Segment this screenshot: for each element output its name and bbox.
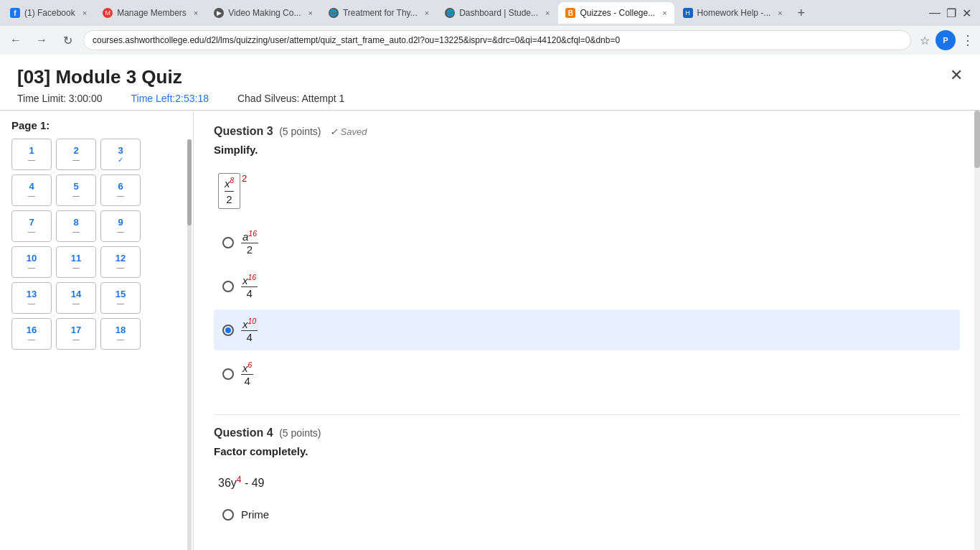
window-controls: — ❐ ✕ [929,6,977,20]
page-btn-6[interactable]: 6 — [100,174,141,206]
attempt-info: Chad Silveus: Attempt 1 [237,93,344,104]
main-scrollbar[interactable] [974,111,980,550]
page-btn-7-sub: — [28,228,35,236]
treatment-favicon: 🌐 [329,8,339,18]
page-btn-2[interactable]: 2 — [56,139,96,170]
page-btn-1[interactable]: 1 — [11,139,52,170]
page-grid: 1 — 2 — 3 ✓ 4 — [11,139,182,350]
question-4-header: Question 4 (5 points) [214,427,960,439]
close-window-button[interactable]: ✕ [962,6,971,20]
tab-homework-close[interactable]: × [778,9,782,17]
tab-treatment-label: Treatment for Thy... [343,8,418,18]
tab-homework-help[interactable]: H Homework Help -... × [676,2,790,24]
q3-radio-3[interactable] [222,325,234,336]
bookmark-star[interactable]: ☆ [920,34,930,47]
minimize-button[interactable]: — [929,6,941,20]
page-btn-4[interactable]: 4 — [11,174,52,206]
quiz-title: [03] Module 3 Quiz [17,66,344,88]
tab-treatment-close[interactable]: × [425,9,429,17]
page-btn-14-num: 14 [71,289,81,299]
tab-dashboard-close[interactable]: × [545,9,550,17]
q3-option-1[interactable]: a16 2 [214,222,960,263]
sidebar-page-label: Page 1: [11,119,182,131]
tab-video-making[interactable]: ▶ Video Making Co... × [207,2,320,24]
q3-radio-1[interactable] [222,237,234,248]
tab-manage-members[interactable]: M Manage Members × [95,2,205,24]
tab-facebook[interactable]: f (1) Facebook × [3,2,94,24]
tab-homework-label: Homework Help -... [697,8,771,18]
reload-button[interactable]: ↻ [57,30,77,50]
tab-quizzes[interactable]: B Quizzes - College... × [558,2,674,24]
manage-members-favicon: M [103,8,113,18]
browser-menu-button[interactable]: ⋮ [961,32,974,48]
page-btn-17-num: 17 [71,325,81,335]
question-3-block: Question 3 (5 points) ✓ Saved Simplify. [214,125,960,394]
question-4-points: (5 points) [279,427,321,439]
question-3-label: Question 3 [214,125,273,137]
q4-option-1[interactable]: Prime [214,501,960,528]
tab-video-making-close[interactable]: × [308,9,312,17]
question-3-expression: x8 2 2 [218,173,247,209]
question-4-title: Question 4 (5 points) [214,427,321,439]
page-btn-5[interactable]: 5 — [56,174,96,206]
tab-facebook-label: (1) Facebook [24,8,75,18]
sidebar-scrollthumb [187,139,192,225]
tab-treatment[interactable]: 🌐 Treatment for Thy... × [321,2,436,24]
page-btn-9[interactable]: 9 — [100,210,141,242]
page-btn-15-num: 15 [116,289,126,299]
q3-option-2[interactable]: x16 4 [214,266,960,307]
tab-quizzes-close[interactable]: × [662,9,666,17]
q3-option-3[interactable]: x10 4 [214,309,960,350]
page-btn-4-sub: — [28,192,35,200]
address-input[interactable] [83,30,911,50]
page-btn-14-sub: — [72,299,80,307]
page-btn-8-sub: — [72,228,80,236]
tab-dashboard[interactable]: 🌐 Dashboard | Stude... × [438,2,557,24]
page-btn-13-num: 13 [27,289,37,299]
time-limit: Time Limit: 3:00:00 [17,93,103,104]
time-left: Time Left:2:53:18 [131,93,209,104]
page-btn-1-sub: — [28,156,35,164]
page-btn-7[interactable]: 7 — [11,210,52,242]
tab-facebook-close[interactable]: × [83,9,87,17]
tab-manage-members-close[interactable]: × [194,9,198,17]
page-btn-11[interactable]: 11 — [56,246,96,278]
page-btn-8[interactable]: 8 — [56,210,96,242]
expr-numerator: x8 [225,177,234,192]
question-3-title: Question 3 (5 points) [214,125,321,138]
expr-outer-exp: 2 [242,173,247,184]
page-btn-13[interactable]: 13 — [11,282,52,314]
page-btn-6-num: 6 [118,181,123,192]
page-btn-9-sub: — [117,228,124,236]
back-button[interactable]: ← [6,30,26,50]
page-btn-17[interactable]: 17 — [56,318,96,350]
page-btn-12[interactable]: 12 — [100,246,141,278]
page-btn-7-num: 7 [29,217,34,228]
page-btn-16[interactable]: 16 — [11,318,52,350]
page-btn-10-num: 10 [27,253,37,264]
q4-option-1-label: Prime [241,508,269,521]
new-tab-button[interactable]: + [791,3,811,23]
q3-radio-2[interactable] [222,281,234,292]
page-btn-18[interactable]: 18 — [100,318,141,350]
maximize-button[interactable]: ❐ [946,6,956,20]
page-btn-3-sub: ✓ [118,156,123,164]
profile-button[interactable]: P [936,30,956,50]
tab-bar: f (1) Facebook × M Manage Members × ▶ Vi… [0,0,980,26]
sidebar-scrollbar[interactable] [187,139,192,550]
forward-button[interactable]: → [32,30,52,50]
q3-option-4[interactable]: x6 4 [214,353,960,394]
q3-radio-4[interactable] [222,368,234,380]
tab-manage-members-label: Manage Members [117,8,187,18]
tab-dashboard-label: Dashboard | Stude... [459,8,538,18]
page-btn-8-num: 8 [73,217,78,228]
tab-quizzes-label: Quizzes - College... [580,8,655,18]
quiz-close-button[interactable]: ✕ [950,66,963,85]
page-btn-3[interactable]: 3 ✓ [100,139,141,170]
page-btn-10[interactable]: 10 — [11,246,52,278]
check-icon: ✓ [330,126,338,137]
page-btn-14[interactable]: 14 — [56,282,96,314]
q4-radio-1[interactable] [222,509,234,521]
quizzes-favicon: B [565,8,575,18]
page-btn-15[interactable]: 15 — [100,282,141,314]
